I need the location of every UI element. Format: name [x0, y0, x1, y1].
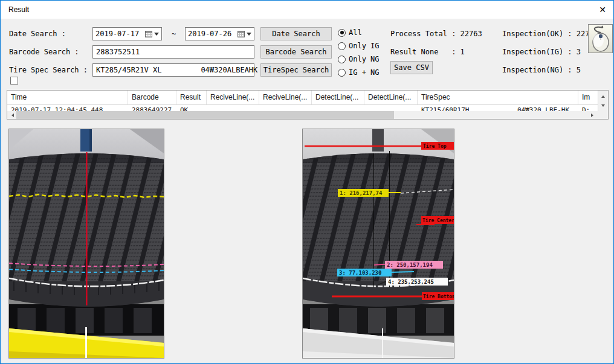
- column-header-barcode[interactable]: Barcode: [128, 91, 176, 104]
- tire-photo-color: [8, 129, 164, 359]
- column-header-time[interactable]: Time: [7, 91, 128, 104]
- date-to-picker[interactable]: 2019-07-26: [185, 27, 254, 40]
- filter-only-ng-radio[interactable]: Only NG: [338, 55, 380, 63]
- scroll-up-button[interactable]: [598, 91, 608, 100]
- strap-grayscale: [372, 129, 384, 152]
- filter-only-ig-label: Only IG: [349, 42, 380, 50]
- save-csv-button[interactable]: Save CSV: [390, 61, 433, 74]
- radio-icon: [338, 56, 346, 63]
- horizontal-scroll-thumb[interactable]: [16, 111, 394, 119]
- radio-icon: [338, 42, 346, 50]
- white-measure-label: 4: 235,253,245: [388, 279, 434, 285]
- date-search-button[interactable]: Date Search: [260, 27, 332, 40]
- laser-line: [85, 327, 87, 358]
- scroll-right-button[interactable]: [589, 111, 598, 119]
- tirespec-search-button[interactable]: TireSpec Search: [260, 63, 332, 77]
- date-from-value: 2019-07-17: [95, 30, 145, 38]
- column-header-detectline1[interactable]: DetectLine(...: [312, 91, 364, 104]
- tirespec-search-label: Tire Spec Search :: [9, 66, 88, 74]
- column-header-image[interactable]: Im: [578, 91, 598, 104]
- computer-mouse-icon: [590, 25, 612, 52]
- calendar-icon: [238, 31, 245, 37]
- scroll-down-button[interactable]: [598, 101, 608, 111]
- scroll-up-icon: [601, 94, 605, 98]
- scroll-right-icon: [591, 113, 595, 117]
- column-header-detectline2[interactable]: DetectLine(...: [364, 91, 418, 104]
- mouse-tool-button[interactable]: [588, 24, 613, 53]
- tire-center-label: Tire Center: [422, 217, 454, 223]
- vertical-scrollbar[interactable]: [598, 91, 608, 111]
- inspection-ng-stat: Inspection(NG) : 5: [502, 66, 581, 74]
- radio-icon: [338, 69, 346, 77]
- tire-top-label: Tire Top: [423, 143, 447, 149]
- tire-bottom-label: Tire Bottom: [423, 293, 454, 299]
- column-header-reciveline2[interactable]: ReciveLine(...: [259, 91, 312, 104]
- scroll-left-icon: [10, 113, 14, 117]
- scrollbar-corner: [598, 111, 608, 119]
- titlebar: Result ✕: [1, 1, 613, 19]
- date-to-value: 2019-07-26: [188, 30, 238, 38]
- inspection-ok-stat: Inspection(OK) : 22754: [502, 30, 598, 38]
- column-header-reciveline1[interactable]: ReciveLine(...: [207, 91, 259, 104]
- tire-photo-detection-canvas: Tire Top 1: 216,217,74 Tire Center 2: 25…: [303, 129, 454, 358]
- close-button[interactable]: ✕: [594, 3, 611, 16]
- close-icon: ✕: [599, 5, 606, 14]
- table-header-row: Time Barcode Result ReciveLine(... Reciv…: [7, 91, 598, 105]
- chevron-down-icon[interactable]: [247, 33, 251, 38]
- date-range-separator: ~: [172, 30, 176, 38]
- column-header-tirespec[interactable]: TireSpec: [418, 91, 578, 104]
- column-header-result[interactable]: Result: [176, 91, 207, 104]
- scroll-left-button[interactable]: [7, 111, 16, 119]
- barcode-search-button[interactable]: Barcode Search: [260, 45, 332, 59]
- scroll-down-icon: [601, 104, 605, 109]
- filter-all-label: All: [349, 28, 362, 37]
- tirespec-search-value: KT285/45R21V XL 04₩320ALBEAHK: [96, 66, 257, 74]
- filter-only-ig-radio[interactable]: Only IG: [338, 42, 380, 50]
- results-table: Time Barcode Result ReciveLine(... Reciv…: [7, 90, 609, 120]
- result-dialog: Result ✕ Date Search : 2019-07-17 ~ 2019…: [0, 0, 614, 364]
- process-total-stat: Process Total : 22763: [390, 30, 482, 38]
- tire-photo-color-canvas: [9, 129, 164, 358]
- cyan-measure-label: 3: 77,103,230: [339, 270, 381, 276]
- chevron-down-icon[interactable]: [154, 33, 159, 38]
- unlabeled-checkbox[interactable]: [10, 77, 18, 85]
- pink-connector-line: [374, 264, 385, 265]
- filter-ig-ng-radio[interactable]: IG + NG: [338, 68, 380, 77]
- tire-photo-detection: Tire Top 1: 216,217,74 Tire Center 2: 25…: [302, 129, 454, 359]
- barcode-search-input[interactable]: 2883752511: [92, 45, 254, 59]
- cyan-connector-line: [392, 272, 414, 272]
- pink-measure-label: 2: 250,157,194: [387, 262, 433, 268]
- date-search-label: Date Search :: [9, 30, 66, 38]
- tread-depth-label: 1: 216,217,74: [340, 190, 383, 196]
- window-title: Result: [8, 5, 29, 14]
- barcode-search-value: 2883752511: [96, 48, 140, 56]
- tire-tread: [303, 147, 454, 314]
- horizontal-scrollbar[interactable]: [7, 111, 598, 119]
- filter-only-ng-label: Only NG: [349, 55, 380, 63]
- filter-ig-ng-label: IG + NG: [349, 68, 380, 77]
- tirespec-search-input[interactable]: KT285/45R21V XL 04₩320ALBEAHK: [92, 63, 254, 77]
- filter-all-radio[interactable]: All: [338, 28, 362, 37]
- inspection-ig-stat: Inspection(IG) : 3: [502, 48, 581, 56]
- result-none-stat: Result None : 1: [390, 48, 465, 56]
- date-from-picker[interactable]: 2019-07-17: [92, 27, 162, 40]
- radio-selected-icon: [338, 29, 346, 37]
- calendar-icon: [145, 31, 152, 37]
- barcode-search-label: Barcode Search :: [9, 48, 79, 56]
